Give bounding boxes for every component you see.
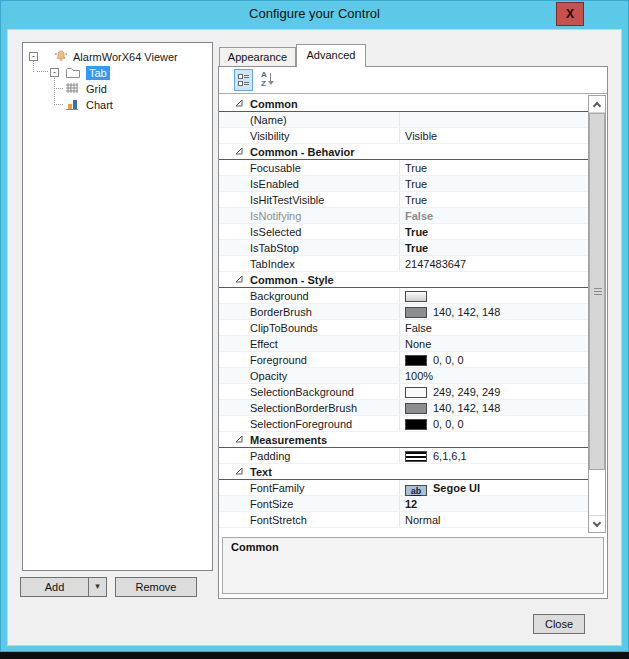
tree-item-label[interactable]: Tab <box>86 66 110 80</box>
property-row[interactable]: FontSize12 <box>219 496 588 512</box>
chart-icon <box>65 98 79 111</box>
property-value[interactable]: False <box>405 209 433 223</box>
property-row[interactable]: FontFamilyabSegoe UI <box>219 480 588 496</box>
property-category-row[interactable]: Text <box>219 464 588 480</box>
property-name: Background <box>250 289 309 303</box>
property-name: IsEnabled <box>250 177 299 191</box>
folder-icon <box>65 66 81 79</box>
property-row[interactable]: EffectNone <box>219 336 588 352</box>
property-value[interactable]: 0, 0, 0 <box>405 353 464 367</box>
property-row[interactable]: FocusableTrue <box>219 160 588 176</box>
property-value[interactable] <box>405 289 433 303</box>
property-value[interactable]: True <box>405 177 427 191</box>
color-swatch-icon <box>405 307 427 318</box>
property-name: IsTabStop <box>250 241 299 255</box>
property-value[interactable]: True <box>405 225 428 239</box>
category-collapse-icon[interactable] <box>235 275 243 283</box>
tab-appearance[interactable]: Appearance <box>219 47 296 67</box>
alarm-bell-icon <box>54 50 68 63</box>
property-value[interactable]: Visible <box>405 129 437 143</box>
property-row[interactable]: IsTabStopTrue <box>219 240 588 256</box>
property-value[interactable]: 140, 142, 148 <box>405 305 500 319</box>
property-category-row[interactable]: Common - Style <box>219 272 588 288</box>
property-name: Opacity <box>250 369 287 383</box>
scrollbar-gripper-icon <box>594 288 602 296</box>
property-name: Measurements <box>250 433 327 447</box>
color-swatch-icon <box>405 355 427 366</box>
property-description-panel: Common <box>222 537 604 594</box>
property-row[interactable]: SelectionBackground249, 249, 249 <box>219 384 588 400</box>
property-value[interactable]: 12 <box>405 497 417 511</box>
property-name: FontStretch <box>250 513 307 527</box>
property-value[interactable]: True <box>405 241 428 255</box>
property-row[interactable]: IsHitTestVisibleTrue <box>219 192 588 208</box>
tree-expander-icon[interactable]: - <box>50 68 59 77</box>
color-swatch-icon <box>405 419 427 430</box>
property-value[interactable]: True <box>405 161 427 175</box>
property-name: TabIndex <box>250 257 295 271</box>
property-value[interactable]: None <box>405 337 431 351</box>
property-name: IsHitTestVisible <box>250 193 324 207</box>
property-category-row[interactable]: Common - Behavior <box>219 144 588 160</box>
property-row[interactable]: SelectionForeground0, 0, 0 <box>219 416 588 432</box>
property-value[interactable]: abSegoe UI <box>405 481 480 496</box>
title-bar[interactable]: Configure your Control X <box>0 0 629 28</box>
alphabetical-sort-icon[interactable]: AZ <box>258 69 277 91</box>
property-name: Common - Behavior <box>250 145 355 159</box>
category-collapse-icon[interactable] <box>235 467 243 475</box>
property-value[interactable]: 2147483647 <box>405 257 466 271</box>
tree-item-label[interactable]: Chart <box>86 98 113 112</box>
category-collapse-icon[interactable] <box>235 435 243 443</box>
property-row[interactable]: TabIndex2147483647 <box>219 256 588 272</box>
property-value[interactable]: 100% <box>405 369 433 383</box>
remove-button[interactable]: Remove <box>115 577 197 597</box>
property-value[interactable]: Normal <box>405 513 440 527</box>
tree-item-chart[interactable]: Chart <box>23 97 212 113</box>
property-row[interactable]: Opacity100% <box>219 368 588 384</box>
property-row[interactable]: (Name) <box>219 112 588 128</box>
categorized-view-icon[interactable] <box>234 69 253 91</box>
tree-item-alarmworx64-viewer[interactable]: -AlarmWorX64 Viewer <box>23 49 212 65</box>
property-grid-scrollbar[interactable] <box>588 95 606 533</box>
tree-item-label[interactable]: Grid <box>86 82 107 96</box>
property-row[interactable]: Padding6,1,6,1 <box>219 448 588 464</box>
property-value[interactable]: False <box>405 321 432 335</box>
close-window-button[interactable]: X <box>556 2 584 26</box>
property-value[interactable]: 249, 249, 249 <box>405 385 500 399</box>
property-row[interactable]: IsSelectedTrue <box>219 224 588 240</box>
property-row[interactable]: SelectionBorderBrush140, 142, 148 <box>219 400 588 416</box>
tree-expander-icon[interactable]: - <box>29 52 38 61</box>
property-row[interactable]: Background <box>219 288 588 304</box>
property-category-row[interactable]: Measurements <box>219 432 588 448</box>
tree-item-label[interactable]: AlarmWorX64 Viewer <box>73 50 178 64</box>
property-value[interactable]: 6,1,6,1 <box>405 449 467 463</box>
property-row[interactable]: Foreground0, 0, 0 <box>219 352 588 368</box>
description-title: Common <box>231 541 279 553</box>
property-value[interactable]: 140, 142, 148 <box>405 401 500 415</box>
close-button[interactable]: Close <box>533 614 585 634</box>
property-row[interactable]: IsNotifyingFalse <box>219 208 588 224</box>
scrollbar-thumb[interactable] <box>589 113 605 470</box>
property-grid-toolbar: AZ <box>219 67 607 94</box>
tree-item-tab[interactable]: -Tab <box>23 65 212 81</box>
property-row[interactable]: IsEnabledTrue <box>219 176 588 192</box>
property-value[interactable]: True <box>405 193 427 207</box>
tree-item-grid[interactable]: Grid <box>23 81 212 97</box>
scroll-up-button[interactable] <box>589 96 605 113</box>
category-collapse-icon[interactable] <box>235 147 243 155</box>
control-tree-panel: -AlarmWorX64 Viewer-TabGridChart <box>22 42 213 571</box>
property-row[interactable]: VisibilityVisible <box>219 128 588 144</box>
add-dropdown-button[interactable]: ▾ <box>88 577 107 597</box>
property-row[interactable]: BorderBrush140, 142, 148 <box>219 304 588 320</box>
add-button[interactable]: Add <box>20 577 88 597</box>
tab-advanced[interactable]: Advanced <box>296 44 366 67</box>
property-row[interactable]: FontStretchNormal <box>219 512 588 528</box>
grid-icon <box>65 82 79 95</box>
property-category-row[interactable]: Common <box>219 96 588 112</box>
scroll-down-button[interactable] <box>589 515 605 532</box>
screen: Configure your Control X -AlarmWorX64 Vi… <box>0 0 629 659</box>
category-collapse-icon[interactable] <box>235 99 243 107</box>
property-name: FontSize <box>250 497 293 511</box>
property-row[interactable]: ClipToBoundsFalse <box>219 320 588 336</box>
property-value[interactable]: 0, 0, 0 <box>405 417 464 431</box>
